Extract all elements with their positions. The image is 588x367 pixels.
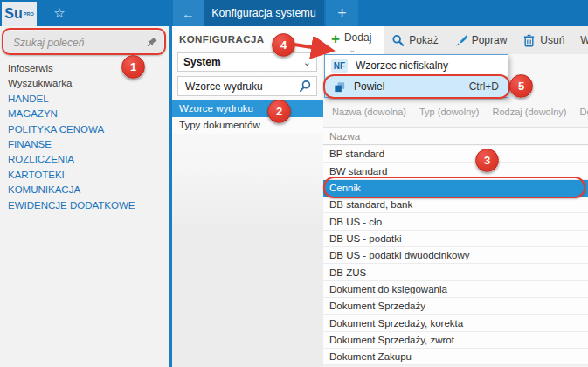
sidebar-item[interactable]: ROZLICZENIA: [0, 152, 169, 167]
table-row[interactable]: DB US - podatki dwuodcinkowy: [323, 247, 588, 264]
app-logo-sup: PRO: [24, 11, 34, 17]
table-row[interactable]: BW standard: [323, 163, 588, 179]
sidebar-item[interactable]: Wyszukiwarka: [0, 76, 169, 91]
show-button[interactable]: Pokaż: [384, 26, 446, 54]
config-search-box[interactable]: [177, 76, 317, 96]
table-row[interactable]: DB standard, bank: [323, 197, 588, 213]
trash-icon: [522, 34, 536, 47]
menu-item-powiel[interactable]: Powiel Ctrl+D: [325, 76, 508, 97]
filter-item[interactable]: Nazwa (dowolna): [332, 107, 406, 117]
app-logo-text: Su: [4, 6, 22, 22]
sidebar-item[interactable]: EWIDENCJE DODATKOWE: [0, 198, 169, 213]
magnifier-icon: [391, 34, 405, 47]
copy-icon: [333, 80, 346, 93]
command-search-input[interactable]: [11, 36, 146, 50]
table-header-nazwa[interactable]: Nazwa: [323, 127, 588, 145]
sidebar-item[interactable]: KARTOTEKI: [0, 168, 169, 183]
add-dropdown-menu: NF Wzorzec niefiskalny Powiel Ctrl+D: [324, 54, 508, 98]
add-button-label: Dodaj: [344, 31, 371, 44]
edit-button-label: Popraw: [472, 34, 508, 46]
add-button[interactable]: + Dodaj ⌄: [323, 26, 384, 54]
nf-badge-icon: NF: [331, 59, 348, 73]
table-row[interactable]: DB ZUS: [323, 264, 588, 280]
delete-button[interactable]: Usuń: [515, 26, 572, 54]
pin-icon[interactable]: [146, 37, 158, 49]
filter-item[interactable]: Domyśln: [579, 107, 588, 117]
table-row[interactable]: BP standard: [323, 146, 588, 163]
filter-bar: Nazwa (dowolna)Typ (dowolny)Rodzaj (dowo…: [332, 107, 588, 117]
menu-item-label: Wzorzec niefiskalny: [356, 59, 448, 72]
sidebar-item[interactable]: FINANSE: [0, 137, 169, 152]
config-section-item[interactable]: Wzorce wydruku: [172, 100, 323, 117]
table-body: BP standardBW standardCennikDB standard,…: [323, 146, 588, 367]
table-row[interactable]: Dokument Zakupu: [323, 349, 588, 365]
search-icon[interactable]: [299, 80, 312, 93]
config-search-input[interactable]: [183, 80, 299, 93]
menu-item-wzorzec-niefiskalny[interactable]: NF Wzorzec niefiskalny: [325, 55, 508, 76]
sidebar-item[interactable]: KOMUNIKACJA: [0, 183, 169, 197]
toolbar: + Dodaj ⌄ Pokaż Popraw: [323, 26, 588, 54]
title-bar: SuPRO ☆ ← Konfiguracja systemu +: [0, 0, 588, 26]
sidebar-item[interactable]: HANDEL: [0, 92, 169, 107]
edit-button[interactable]: Popraw: [446, 26, 515, 54]
back-arrow-icon[interactable]: ←: [173, 0, 204, 26]
tab-konfiguracja-systemu[interactable]: Konfiguracja systemu: [204, 0, 324, 26]
sidebar-item[interactable]: POLITYKA CENOWA: [0, 122, 169, 137]
main-panel: + Dodaj ⌄ Pokaż Popraw: [323, 26, 588, 367]
new-tab-button[interactable]: +: [326, 0, 358, 26]
config-section-list: Wzorce wydrukuTypy dokumentów: [172, 100, 323, 134]
delete-button-label: Usuń: [540, 34, 564, 46]
try-button[interactable]: Wypróbuj: [572, 26, 588, 54]
filter-item[interactable]: Rodzaj (dowolny): [492, 107, 566, 117]
category-select[interactable]: System ⌄: [177, 52, 317, 72]
configuration-panel: KONFIGURACJA System ⌄ Wzorce wydrukuTypy…: [172, 26, 323, 367]
chevron-down-icon: ⌄: [303, 58, 311, 66]
table-row[interactable]: Dokument Sprzedaży: [323, 298, 588, 315]
table-row[interactable]: Cennik: [323, 180, 588, 197]
command-search-box[interactable]: [4, 31, 163, 54]
table-row[interactable]: DB US - podatki: [323, 231, 588, 247]
chevron-down-icon[interactable]: ⌄: [349, 45, 356, 54]
try-button-label: Wypróbuj: [580, 34, 588, 46]
table-row[interactable]: DB US - cło: [323, 213, 588, 230]
brush-icon: [454, 34, 467, 47]
menu-item-label: Powiel: [354, 80, 384, 93]
table-row[interactable]: Dokument do księgowania: [323, 281, 588, 298]
app-logo[interactable]: SuPRO: [2, 2, 37, 26]
sidebar-item[interactable]: Infoserwis: [0, 61, 169, 76]
app-window: SuPRO ☆ ← Konfiguracja systemu + Infoser…: [0, 0, 588, 367]
filter-item[interactable]: Typ (dowolny): [419, 107, 479, 117]
sidebar: InfoserwisWyszukiwarkaHANDELMAGAZYNPOLIT…: [0, 26, 169, 367]
show-button-label: Pokaż: [409, 34, 438, 46]
config-section-item[interactable]: Typy dokumentów: [172, 117, 323, 134]
panel-title: KONFIGURACJA: [179, 34, 264, 45]
plus-icon: +: [331, 31, 340, 46]
category-select-value: System: [183, 56, 221, 68]
sidebar-item[interactable]: MAGAZYN: [0, 107, 169, 121]
table-row[interactable]: Dokument Sprzedaży, zwrot: [323, 332, 588, 349]
favorites-star-icon[interactable]: ☆: [45, 0, 73, 26]
menu-item-shortcut: Ctrl+D: [469, 80, 499, 93]
sidebar-menu: InfoserwisWyszukiwarkaHANDELMAGAZYNPOLIT…: [0, 61, 169, 213]
table-row[interactable]: Dokument Sprzedaży, korekta: [323, 315, 588, 331]
